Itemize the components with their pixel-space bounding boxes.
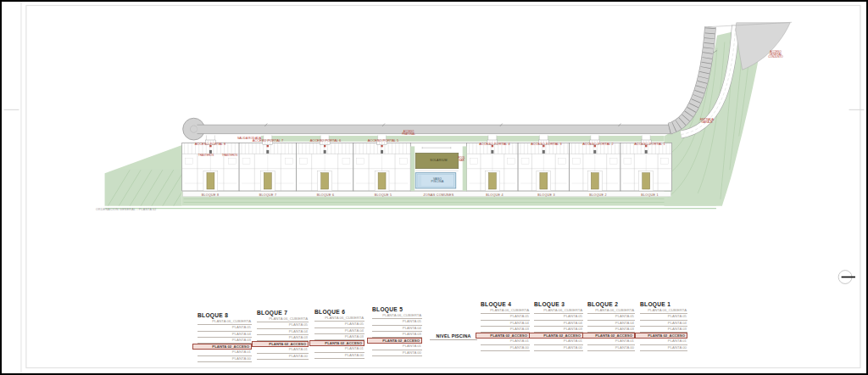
pool-bar-line2: BAR (458, 160, 465, 162)
elevator-core (540, 173, 548, 189)
legend-level-row: PLANTA 05 (372, 319, 422, 325)
legend-block-heading: BLOQUE 3 (534, 301, 583, 308)
legend-level-row-access: PLANTA 02_ACCESO (252, 341, 309, 347)
legend-level-row: PLANTA 04 (640, 321, 687, 327)
legend-level-row: PLANTA 00 (198, 356, 252, 362)
legend-level-row: PLANTA 00 (372, 350, 422, 356)
entrada-garaje-line2: GARAJE (700, 121, 714, 125)
legend-level-row: PLANTA 05 (481, 314, 530, 320)
entrada-garaje-label: ENTRADA GARAJE (700, 119, 714, 125)
trasteros-label: TRASTEROS (198, 154, 214, 157)
legend-block-heading: BLOQUE 8 (198, 312, 252, 319)
zonas-comunes-label: ZONAS COMUNES (424, 194, 454, 198)
acceso-portal-label: ACCESO PORTAL 1 (634, 143, 665, 146)
legend-level-row: PLANTA 00 (481, 345, 530, 351)
legend-level-row: PLANTA 03 (198, 338, 252, 344)
legend-column: BLOQUE 2PLANTA 06_CUBIERTAPLANTA 05PLANT… (587, 301, 635, 351)
acceso-peatonal-label: ACCESO PEATONAL (402, 131, 415, 136)
legend-level-row: PLANTA 06_CUBIERTA (372, 313, 422, 319)
legend-level-row: PLANTA 03 (534, 327, 583, 333)
sheet-title: ORDENACION GENERAL - PLANTA 02 (96, 209, 157, 212)
legend-block-heading: BLOQUE 7 (257, 310, 309, 316)
pool-label: VASO PISCINA (431, 178, 444, 184)
legend-column: BLOQUE 8PLANTA 06_CUBIERTAPLANTA 05PLANT… (198, 312, 252, 362)
legend-level-row: PLANTA 00 (640, 345, 687, 351)
legend-level-row: PLANTA 05 (587, 314, 635, 320)
legend-level-row: PLANTA 00 (257, 354, 309, 360)
legend-level-row: PLANTA 03 (257, 335, 309, 341)
elevator-core (643, 173, 650, 189)
acceso-portal-label: ACCESO PORTAL 3 (531, 143, 562, 146)
legend-level-row-access: PLANTA 02_ACCESO (529, 333, 583, 339)
legend-level-row: PLANTA 01 (257, 347, 309, 353)
building-block (353, 135, 410, 191)
legend-level-row: PLANTA 03 (587, 327, 635, 333)
legend-level-row: PLANTA 04 (198, 332, 252, 338)
building-block (296, 135, 353, 191)
legend-level-row: PLANTA 04 (257, 329, 309, 335)
legend-level-row: PLANTA 03 (372, 332, 422, 338)
drawing-sheet: ORDENACION GENERAL - PLANTA 02 SALIDA RO… (0, 0, 868, 375)
legend-level-row: PLANTA 04 (481, 321, 530, 327)
legend-block-heading: BLOQUE 6 (314, 309, 364, 316)
legend-level-row: PLANTA 06_CUBIERTA (587, 308, 635, 314)
legend-level-row: PLANTA 04 (372, 326, 422, 332)
legend-level-row-access: PLANTA 02_ACCESO (192, 344, 252, 350)
building-block (239, 135, 296, 191)
legend-level-row: PLANTA 01 (314, 346, 364, 352)
portal-access-marker (324, 145, 326, 147)
plan-block-label: BLOQUE 7 (259, 194, 276, 198)
portal-access-marker (267, 145, 269, 147)
legend-level-row-access: PLANTA 02_ACCESO (476, 333, 530, 339)
plan-block-label: BLOQUE 5 (375, 194, 392, 198)
pool-bar-label: POOL BAR (458, 157, 465, 162)
legend-level-row: PLANTA 00 (534, 345, 583, 351)
legend-column: BLOQUE 6PLANTA 06_CUBIERTAPLANTA 05PLANT… (314, 309, 364, 359)
acceso-portal-label: ACCESO PORTAL 5 (368, 139, 399, 143)
legend-level-row: PLANTA 06_CUBIERTA (640, 308, 687, 314)
legend-block-heading: BLOQUE 5 (372, 306, 422, 313)
upper-road-wedge (736, 23, 790, 70)
site-boundary-line (105, 208, 716, 209)
legend-level-row: PLANTA 00 (587, 345, 635, 351)
legend-level-row: PLANTA 03 (314, 334, 364, 340)
legend-level-row: PLANTA 05 (257, 322, 309, 328)
legend-block-heading: BLOQUE 1 (640, 301, 687, 308)
nivel-piscina-label: NIVEL PISCINA (430, 333, 477, 340)
acceso-portal-label: ACCESO PORTAL 4 (479, 143, 510, 146)
acceso-peatonal-line2: PEATONAL (402, 133, 415, 136)
acceso-portal-label: ACCESO PORTAL 2 (582, 143, 614, 146)
legend-level-row: PLANTA 01 (640, 339, 687, 344)
legend-level-row: PLANTA 01 (587, 339, 635, 344)
legend-level-row-access: PLANTA 02_ACCESO (367, 338, 422, 344)
acceso-portal-label: ACCESO PORTAL 6 (310, 139, 342, 143)
legend-level-row: PLANTA 05 (198, 325, 252, 331)
legend-level-row: PLANTA 06_CUBIERTA (257, 316, 309, 322)
acceso-general-line3: CONJUNTO (768, 56, 783, 59)
legend-column: BLOQUE 7PLANTA 06_CUBIERTAPLANTA 05PLANT… (257, 310, 309, 360)
legend-column: BLOQUE 5PLANTA 06_CUBIERTAPLANTA 05PLANT… (372, 306, 422, 356)
access-road (198, 125, 673, 133)
legend-level-row: PLANTA 04 (587, 321, 635, 327)
legend-level-row: PLANTA 03 (481, 327, 530, 333)
legend-level-row: PLANTA 01 (481, 339, 530, 344)
legend-level-row: PLANTA 06_CUBIERTA (534, 308, 583, 314)
legend-level-row: PLANTA 05 (640, 314, 687, 320)
elevator-core (264, 173, 271, 189)
portal-access-marker (381, 145, 382, 147)
legend-level-row: PLANTA 01 (372, 344, 422, 350)
elevator-core (488, 173, 496, 189)
legend-level-row-access: PLANTA 02_ACCESO (309, 340, 364, 346)
plan-block-label: BLOQUE 2 (589, 194, 606, 198)
legend-level-row: PLANTA 06_CUBIERTA (481, 308, 530, 314)
legend-level-row: PLANTA 03 (640, 327, 687, 333)
elevator-core (591, 173, 598, 189)
legend-level-row: PLANTA 01 (534, 339, 583, 344)
acceso-portal-label: ACCESO PORTAL 8 (195, 143, 226, 146)
trasteros-label: TRASTEROS (222, 154, 237, 157)
elevator-core (378, 173, 386, 189)
plan-block-label: BLOQUE 4 (486, 194, 503, 198)
legend-column: BLOQUE 4PLANTA 06_CUBIERTAPLANTA 05PLANT… (481, 301, 530, 351)
legend-column: BLOQUE 1PLANTA 06_CUBIERTAPLANTA 05PLANT… (640, 301, 687, 351)
legend-level-row: PLANTA 06_CUBIERTA (198, 319, 252, 325)
